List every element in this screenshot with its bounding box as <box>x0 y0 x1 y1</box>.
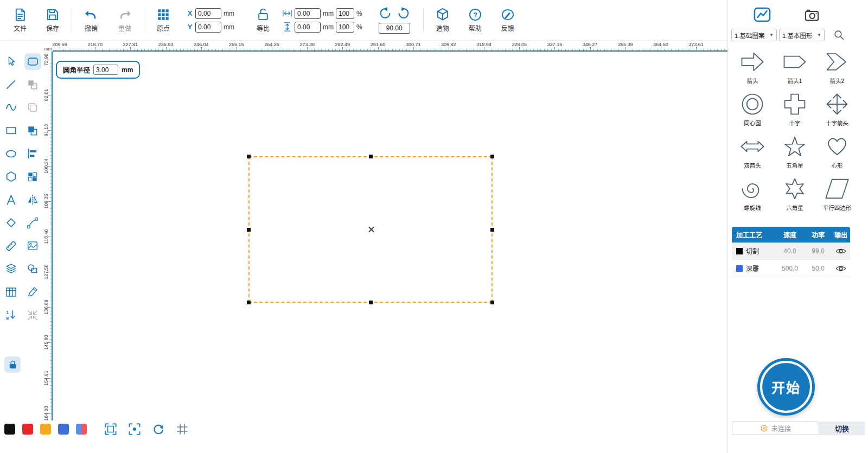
shape-item[interactable]: 平行四边形 <box>816 171 858 214</box>
align-tool[interactable] <box>22 142 43 165</box>
measure-tool[interactable] <box>0 234 22 258</box>
shape-item[interactable]: 六角星 <box>774 171 816 214</box>
camera-tab[interactable] <box>804 7 820 24</box>
shape-item[interactable]: 五角星 <box>774 129 816 171</box>
save-button[interactable]: 保存 <box>41 8 64 33</box>
array-tool[interactable] <box>22 165 43 189</box>
y-unit-label: mm <box>224 23 234 31</box>
rotate-group <box>379 7 410 34</box>
rotate-angle-input[interactable] <box>379 23 410 34</box>
copy-tool[interactable] <box>22 96 43 119</box>
origin-button[interactable]: 原点 <box>152 8 175 33</box>
undo-button[interactable]: 撤销 <box>80 8 103 33</box>
resize-handle-se[interactable] <box>490 301 494 304</box>
switch-device-button[interactable]: 切换 <box>819 422 865 435</box>
create-button[interactable]: 造物 <box>431 8 454 33</box>
height-input[interactable] <box>295 22 321 33</box>
resize-handle-w[interactable] <box>247 228 251 232</box>
visibility-toggle-icon[interactable] <box>832 246 850 257</box>
help-button[interactable]: ? 帮助 <box>464 8 487 33</box>
weld-tool[interactable] <box>22 258 43 281</box>
shape-item[interactable]: 双箭头 <box>731 129 774 171</box>
x-unit-label: mm <box>224 10 234 17</box>
selection-center-mark <box>367 226 374 233</box>
resize-handle-sw[interactable] <box>247 301 251 304</box>
width-percent-input[interactable] <box>336 8 354 19</box>
shape-item[interactable]: 箭头1 <box>774 44 816 87</box>
proportional-scale-toggle[interactable]: 等比 <box>252 8 275 33</box>
feedback-button[interactable]: 反馈 <box>496 8 519 33</box>
grid-toggle-icon[interactable] <box>176 423 189 436</box>
image-tool[interactable] <box>22 234 43 258</box>
pen-tool[interactable] <box>22 280 43 304</box>
x-position-input[interactable] <box>195 8 221 19</box>
design-library-tab[interactable] <box>753 5 771 25</box>
search-icon[interactable] <box>833 29 845 41</box>
curve-tool[interactable] <box>0 96 22 119</box>
selection-box[interactable] <box>248 156 493 303</box>
shape-icon <box>825 134 850 159</box>
shape-item[interactable]: 十字 <box>774 87 816 129</box>
diamond-tool[interactable] <box>0 212 22 235</box>
polygon-tool[interactable] <box>0 165 22 189</box>
height-percent-input[interactable] <box>336 22 354 33</box>
color-swatch-orange[interactable] <box>40 424 51 435</box>
color-swatch-blue[interactable] <box>58 424 69 435</box>
shape-item[interactable]: 心形 <box>816 129 858 171</box>
color-swatch-black[interactable] <box>4 424 15 435</box>
rotate-ccw-icon[interactable] <box>379 7 392 20</box>
line-tool[interactable] <box>0 73 22 97</box>
capture-icon[interactable] <box>128 423 141 436</box>
process-row-engrave[interactable]: 深雕 500.0 50.0 <box>732 260 850 277</box>
category-select-1-value: 1.基础图案 <box>735 31 765 40</box>
boolean-tool[interactable] <box>22 119 43 143</box>
ellipse-tool[interactable] <box>0 142 22 165</box>
frame-preview-icon[interactable] <box>104 423 117 436</box>
color-swatch-red[interactable] <box>22 424 33 435</box>
y-position-input[interactable] <box>195 22 221 33</box>
select-tool[interactable] <box>0 50 22 73</box>
refresh-icon[interactable] <box>152 423 165 436</box>
layer-color-swatch[interactable] <box>736 248 743 254</box>
resize-handle-s[interactable] <box>369 301 373 304</box>
toolbar-divider <box>423 8 424 33</box>
resize-handle-e[interactable] <box>490 228 494 232</box>
width-input[interactable] <box>295 8 321 19</box>
redo-button[interactable]: 重做 <box>113 8 136 33</box>
file-button[interactable]: 文件 <box>9 8 31 33</box>
subtract-tool[interactable] <box>22 73 43 97</box>
canvas-lock-button[interactable] <box>4 356 21 373</box>
resize-handle-n[interactable] <box>369 155 373 158</box>
canvas[interactable]: 圆角半径 mm <box>53 53 727 453</box>
rect-tool[interactable] <box>0 119 22 143</box>
corner-radius-input[interactable] <box>93 65 118 75</box>
shape-item[interactable]: 十字箭头 <box>816 87 858 129</box>
color-swatch-multi[interactable] <box>76 424 87 435</box>
node-edit-tool[interactable] <box>22 212 43 235</box>
rounded-rect-tool[interactable] <box>22 50 43 73</box>
text-tool[interactable] <box>0 188 22 212</box>
shape-item[interactable]: 螺旋线 <box>731 171 774 214</box>
visibility-toggle-icon[interactable] <box>832 263 850 274</box>
explode-tool[interactable] <box>22 304 43 327</box>
resize-handle-ne[interactable] <box>490 155 494 158</box>
shape-item[interactable]: 箭头2 <box>816 44 858 87</box>
process-row-cut[interactable]: 切割 40.0 99.0 <box>732 243 850 260</box>
layers-tool[interactable] <box>0 258 22 281</box>
shape-item[interactable]: 箭头 <box>731 44 774 87</box>
table-tool[interactable] <box>0 280 22 304</box>
start-button[interactable]: 开始 <box>757 358 815 416</box>
category-select-1[interactable]: 1.基础图案 ▼ <box>731 29 777 41</box>
resize-handle-nw[interactable] <box>247 155 251 158</box>
connection-status[interactable]: 未连接 <box>732 422 819 435</box>
layer-color-swatch[interactable] <box>736 265 743 272</box>
category-select-2[interactable]: 1.基本图形 ▼ <box>779 29 825 41</box>
node-edit-icon <box>27 217 39 229</box>
sort-tool[interactable]: 19 <box>0 304 22 327</box>
line-icon <box>5 79 17 91</box>
redo-icon <box>118 8 132 22</box>
shape-item[interactable]: 同心圆 <box>731 87 774 129</box>
rotate-cw-icon[interactable] <box>397 7 410 20</box>
rectangle-icon <box>5 124 17 137</box>
mirror-tool[interactable] <box>22 188 43 212</box>
